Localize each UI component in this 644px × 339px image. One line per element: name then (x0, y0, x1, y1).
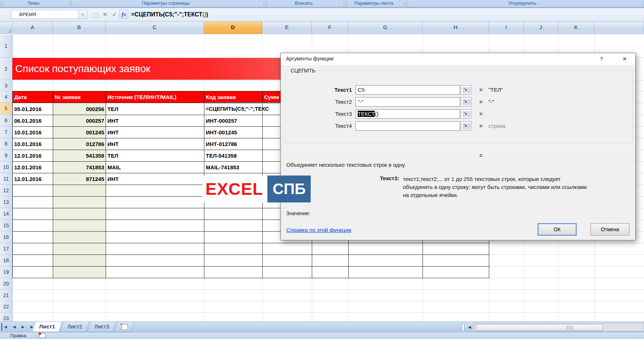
column-header-D[interactable]: D (204, 21, 262, 34)
scrollbar-thumb[interactable] (476, 324, 603, 331)
cell-D8[interactable]: ИНТ-012786 (204, 138, 263, 150)
cell-H17[interactable] (423, 243, 489, 255)
row-header-16[interactable]: 16 (0, 231, 12, 243)
cell-H19[interactable] (423, 266, 489, 278)
cell-F17[interactable] (312, 243, 349, 255)
column-header-J[interactable]: J (524, 21, 558, 34)
dialog-launcher-icon[interactable]: ↘ (339, 1, 344, 5)
cell-C14[interactable] (106, 208, 204, 220)
row-header-4[interactable]: 4 (0, 91, 12, 103)
first-sheet-icon[interactable]: ◀ (1, 323, 9, 331)
cell-B6[interactable]: 000257 (53, 115, 106, 127)
range-selector-button[interactable] (461, 109, 472, 119)
cell-A7[interactable]: 10.01.2016 (12, 126, 53, 138)
cell-H18[interactable] (423, 255, 489, 267)
formula-input[interactable]: =СЦЕПИТЬ(C5;"-";ТЕКСТ()) (131, 8, 208, 21)
prev-sheet-icon[interactable]: ◀ (11, 323, 17, 331)
cell-A13[interactable] (12, 196, 53, 208)
name-box-dropdown[interactable]: ▼ (79, 10, 87, 19)
column-header-I[interactable]: I (489, 21, 524, 34)
field-input-Текст2[interactable]: "-" (356, 97, 460, 107)
cell-B12[interactable] (53, 185, 106, 197)
cell-B18[interactable] (53, 255, 106, 267)
cell-E18[interactable] (262, 255, 312, 267)
column-header-G[interactable]: G (348, 21, 423, 34)
cell-C4[interactable]: Источник (ТЕЛ/ИНТ/MAIL) (106, 91, 204, 103)
cell-C18[interactable] (106, 255, 204, 267)
cell-E17[interactable] (262, 243, 312, 255)
sheet-tab-Лист1[interactable]: Лист1 (32, 322, 62, 332)
column-header-H[interactable]: H (423, 21, 489, 34)
row-header-8[interactable]: 8 (0, 138, 12, 150)
cell-D19[interactable] (204, 266, 263, 278)
cell-G18[interactable] (348, 255, 423, 267)
cell-D4[interactable]: Код заявки (204, 91, 263, 103)
row-header-11[interactable]: 11 (0, 173, 12, 185)
cell-A4[interactable]: Дата (12, 91, 53, 103)
insert-function-fx-icon[interactable]: fx (119, 10, 128, 19)
cell-B4[interactable]: № заявки (53, 91, 106, 103)
row-header-2[interactable]: 2 (0, 58, 12, 80)
cell-G17[interactable] (348, 243, 423, 255)
cell-A8[interactable]: 10.01.2016 (12, 138, 53, 150)
cell-B7[interactable]: 001245 (53, 126, 106, 138)
row-header-18[interactable]: 18 (0, 255, 12, 266)
dialog-launcher-icon[interactable]: ↘ (399, 1, 404, 5)
row-header-3[interactable]: 3 (0, 80, 12, 91)
row-header-21[interactable]: 21 (0, 289, 12, 301)
cell-D10[interactable]: MAIL-741853 (204, 161, 263, 173)
cell-C7[interactable]: ИНТ (106, 126, 204, 138)
row-header-20[interactable]: 20 (0, 278, 12, 289)
cell-A15[interactable] (12, 220, 53, 232)
cell-C19[interactable] (106, 266, 204, 278)
range-selector-button[interactable] (461, 121, 472, 131)
insert-sheet-tab[interactable] (114, 322, 134, 332)
function-help-link[interactable]: Справка по этой функции (286, 227, 351, 233)
field-input-Текст4[interactable] (356, 121, 460, 131)
name-box[interactable]: ВРЕМЯ (11, 10, 79, 19)
cell-A5[interactable]: 05.01.2016 (12, 103, 53, 115)
cell-C9[interactable]: ТЕЛ (106, 150, 204, 162)
row-header-5[interactable]: 5 (0, 103, 12, 115)
macro-record-icon[interactable] (39, 333, 46, 338)
cell-A17[interactable] (12, 243, 53, 255)
cell-C16[interactable] (106, 231, 204, 243)
sheet-tab-Лист2[interactable]: Лист2 (60, 322, 89, 332)
cell-A16[interactable] (12, 231, 53, 243)
cell-A14[interactable] (12, 208, 53, 220)
cell-A10[interactable]: 12.01.2016 (12, 161, 53, 173)
cell-B19[interactable] (53, 266, 106, 278)
row-header-22[interactable]: 22 (0, 301, 12, 312)
help-icon[interactable]: ? (595, 55, 608, 63)
cell-D5-formula-edit[interactable]: =СЦЕПИТЬ(C5;"-";ТЕКС (205, 103, 269, 114)
cell-C10[interactable]: MAIL (106, 161, 204, 173)
cell-A6[interactable]: 06.01.2016 (12, 115, 53, 127)
cell-B16[interactable] (53, 231, 106, 243)
cell-A9[interactable]: 12.01.2016 (12, 150, 53, 162)
cell-B9[interactable]: 541358 (53, 150, 106, 162)
close-icon[interactable]: ✕ (619, 55, 631, 63)
cell-D9[interactable]: ТЕЛ-541358 (204, 150, 263, 162)
cell-D15[interactable] (204, 220, 263, 232)
sheet-tab-Лист3[interactable]: Лист3 (87, 322, 116, 332)
horizontal-scrollbar[interactable] (474, 323, 644, 331)
row-header-14[interactable]: 14 (0, 208, 12, 220)
cell-A19[interactable] (12, 266, 53, 278)
cell-C13[interactable] (106, 196, 204, 208)
field-input-Текст1[interactable]: C5 (356, 85, 460, 95)
row-header-15[interactable]: 15 (0, 220, 12, 231)
cell-D17[interactable] (204, 243, 263, 255)
row-header-17[interactable]: 17 (0, 243, 12, 255)
enter-formula-icon[interactable]: ✓ (110, 11, 119, 19)
column-header-K[interactable]: K (558, 21, 594, 34)
scroll-left-icon[interactable]: ◀ (466, 323, 473, 331)
cell-C15[interactable] (106, 220, 204, 232)
cell-D18[interactable] (204, 255, 263, 267)
cancel-button[interactable]: Отмена (590, 223, 629, 236)
row-header-13[interactable]: 13 (0, 196, 12, 208)
row-header-19[interactable]: 19 (0, 266, 12, 278)
cell-B15[interactable] (53, 220, 106, 232)
cell-D16[interactable] (204, 231, 263, 243)
cell-C6[interactable]: ИНТ (106, 115, 204, 127)
cell-A18[interactable] (12, 255, 53, 267)
